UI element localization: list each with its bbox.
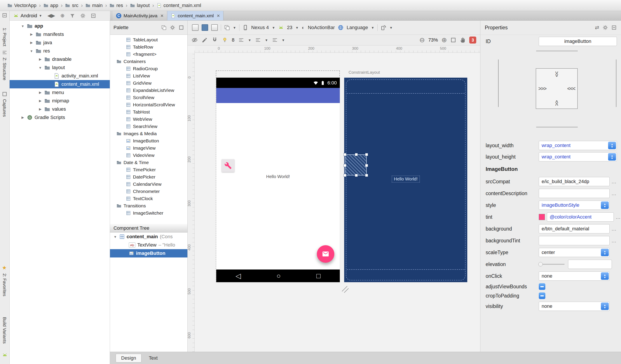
browse-icon[interactable]: …	[611, 226, 617, 232]
id-field[interactable]: imageButton	[539, 37, 617, 46]
palette-item[interactable]: VideoView	[110, 152, 187, 159]
toolwindow-tab-structure[interactable]: Z: Structure	[2, 57, 7, 80]
toolwindow-tab-captures[interactable]: Captures	[2, 99, 7, 117]
nav-back-icon[interactable]: ◁	[236, 272, 241, 280]
chevron-right-icon[interactable]: ▶	[38, 90, 42, 94]
close-icon[interactable]: ×	[160, 13, 164, 19]
breadcrumb-item[interactable]: content_main.xml	[156, 3, 202, 8]
blueprint-textview[interactable]: Hello World!	[392, 176, 420, 182]
chevron-right-icon[interactable]: ▶	[38, 107, 42, 111]
chevron-right-icon[interactable]: ▶	[29, 41, 34, 45]
device-selector[interactable]: Nexus 4	[251, 25, 269, 30]
tab-mainactivity-java[interactable]: C MainActivity.java ×	[113, 11, 167, 20]
infer-constraints-icon[interactable]	[222, 37, 228, 43]
design-preview[interactable]: 6:00 Hello World! ◁ ○ □	[216, 78, 340, 282]
zoom-in-icon[interactable]: ⊕	[442, 37, 447, 43]
android-icon[interactable]	[2, 352, 8, 358]
wrap-height-bottom-icon[interactable]: >>	[554, 101, 559, 106]
palette-item[interactable]: <fragment>	[110, 51, 187, 58]
tab-design[interactable]: Design	[116, 354, 141, 363]
swap-panel-icon[interactable]: ⇄	[595, 25, 599, 30]
anchor-handle[interactable]	[355, 174, 358, 177]
zoom-out-icon[interactable]: ⊖	[419, 37, 425, 43]
fab-button[interactable]	[317, 245, 334, 263]
resize-handle[interactable]	[365, 153, 368, 156]
gear-icon[interactable]	[80, 13, 86, 18]
browse-icon[interactable]: …	[611, 238, 617, 244]
tree-item-gradle-scripts[interactable]: ▶Gradle Scripts	[10, 113, 110, 122]
palette-group-images-media[interactable]: Images & Media	[110, 130, 187, 137]
wrap-width-left-icon[interactable]: >>>	[538, 86, 546, 91]
breadcrumb-item[interactable]: app	[43, 3, 59, 8]
palette-item[interactable]: ImageView	[110, 144, 187, 152]
tree-item-values[interactable]: ▶values	[10, 105, 110, 113]
tree-item-menu[interactable]: ▶menu	[10, 88, 110, 97]
api-level-selector[interactable]: 23	[287, 25, 292, 30]
resize-handle[interactable]	[344, 174, 346, 177]
resize-handle[interactable]	[344, 153, 346, 156]
constraint-inspector[interactable]: >>> <<< >> >>	[536, 68, 578, 109]
palette-item[interactable]: ListView	[110, 72, 187, 79]
pan-hand-icon[interactable]	[460, 37, 466, 43]
breadcrumb-item[interactable]: src	[64, 3, 79, 8]
palette-item[interactable]: ExpandableListView	[110, 87, 187, 94]
palette-item[interactable]: SearchView	[110, 123, 187, 130]
gear-icon[interactable]	[603, 25, 608, 30]
tree-item-java[interactable]: ▶java	[10, 38, 110, 47]
rotate-device-icon[interactable]	[381, 25, 386, 30]
tree-item-app[interactable]: ▼app	[10, 22, 110, 30]
visibility-select[interactable]: none▴▾	[539, 302, 610, 311]
blueprint-selected-imagebutton[interactable]	[345, 155, 367, 175]
elevation-slider[interactable]	[539, 264, 565, 265]
layout-height-select[interactable]: wrap_content▴▾	[539, 152, 617, 161]
nav-recents-icon[interactable]: □	[316, 272, 321, 280]
chevron-right-icon[interactable]: ▶	[29, 32, 34, 36]
navigate-back-forward-icon[interactable]: ◀▶	[48, 13, 55, 18]
tree-item-content-main-xml[interactable]: content_main.xml	[10, 80, 110, 88]
anchor-handle[interactable]	[344, 164, 346, 167]
hello-world-textview[interactable]: Hello World!	[266, 174, 290, 179]
browse-icon[interactable]: …	[611, 191, 617, 196]
tint-field[interactable]: @color/colorAccent	[547, 212, 614, 222]
close-icon[interactable]: ×	[217, 13, 220, 19]
chevron-right-icon[interactable]: ▶	[20, 116, 25, 120]
tab-text[interactable]: Text	[143, 354, 163, 363]
color-swatch[interactable]	[539, 214, 545, 220]
anchor-handle[interactable]	[355, 153, 358, 156]
tree-item-activity-main-xml[interactable]: activity_main.xml	[10, 72, 110, 80]
resize-grip-icon[interactable]	[341, 285, 350, 295]
palette-item[interactable]: TabHost	[110, 108, 187, 116]
blueprint-view-toggle-icon[interactable]	[211, 24, 218, 31]
palette-item[interactable]: RadioGroup	[110, 65, 187, 72]
imagebutton-widget[interactable]	[222, 159, 234, 172]
autoconnect-icon[interactable]	[202, 37, 208, 43]
palette-item[interactable]: Chronometer	[110, 188, 187, 195]
captures-icon[interactable]	[2, 91, 7, 97]
filter-icon[interactable]	[70, 13, 75, 18]
anchor-handle[interactable]	[365, 164, 368, 167]
elevation-field[interactable]	[568, 260, 612, 269]
palette-group-transitions[interactable]: Transitions	[110, 202, 187, 209]
browse-icon[interactable]: …	[611, 179, 617, 185]
show-constraints-icon[interactable]	[191, 37, 198, 43]
resize-handle[interactable]	[365, 174, 368, 177]
collapse-all-icon[interactable]	[91, 13, 96, 18]
background-field[interactable]: e/btn_default_material	[539, 224, 610, 233]
layout-width-select[interactable]: wrap_content▴▾	[539, 141, 617, 150]
palette-item[interactable]: ImageSwitcher	[110, 209, 187, 217]
browse-icon[interactable]: …	[616, 214, 621, 220]
error-count-badge[interactable]: 3	[469, 36, 476, 44]
adjustviewbounds-checkbox[interactable]	[539, 283, 545, 290]
palette-group-date-time[interactable]: Date & Time	[110, 159, 187, 166]
style-select[interactable]: imageButtonStyle▴▾	[539, 201, 610, 210]
locale-selector[interactable]: Language	[346, 25, 368, 30]
nav-home-icon[interactable]: ○	[276, 272, 280, 280]
breadcrumb-item[interactable]: main	[85, 3, 104, 8]
palette-item[interactable]: GridView	[110, 79, 187, 87]
toolwindow-tab-build-variants[interactable]: Build Variants	[2, 317, 7, 344]
backgroundtint-field[interactable]	[539, 236, 610, 245]
magnet-icon[interactable]	[212, 37, 218, 43]
tree-item-mipmap[interactable]: ▶mipmap	[10, 97, 110, 105]
project-view-selector[interactable]: Android ▼	[13, 13, 42, 18]
chevron-down-icon[interactable]: ▼	[38, 66, 42, 69]
